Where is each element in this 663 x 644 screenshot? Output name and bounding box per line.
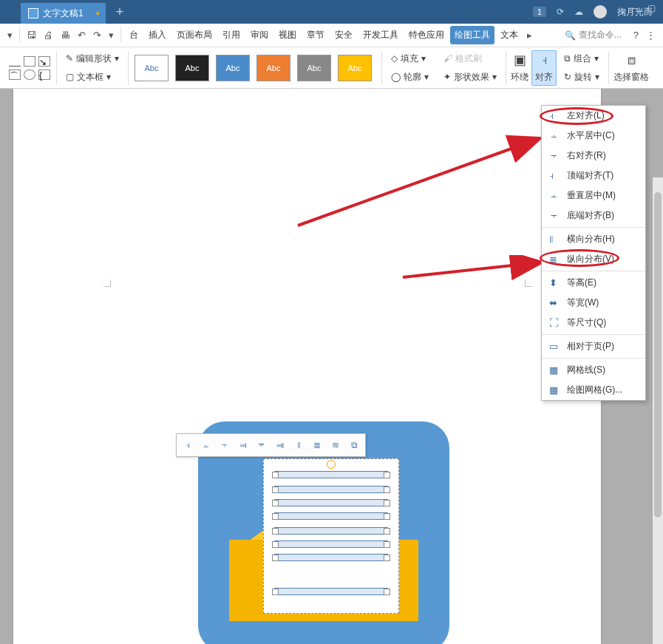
- outline-button[interactable]: ◯轮廓 ▾: [388, 70, 432, 85]
- menu-dropdown-icon[interactable]: ▾: [4, 28, 16, 42]
- menu-chapter[interactable]: 章节: [302, 26, 329, 44]
- ribbon: ↘ ⌒ { ✎编辑形状 ▾ ▢文本框 ▾ Abc Abc Abc Abc Abc…: [0, 47, 663, 89]
- ft-dist-v[interactable]: ≣: [309, 437, 325, 453]
- dd-equal-size[interactable]: ⛶等尺寸(Q): [542, 313, 645, 333]
- style-preset-6[interactable]: Abc: [338, 55, 372, 81]
- style-preset-1[interactable]: Abc: [135, 55, 169, 81]
- shape-brace-icon[interactable]: {: [38, 70, 50, 80]
- align-center-h-icon: ⫠: [549, 130, 561, 141]
- shape-line-icon[interactable]: [9, 56, 21, 67]
- window-maximize[interactable]: ▢: [647, 3, 656, 13]
- notification-badge[interactable]: 1: [533, 7, 546, 17]
- tab-label: 文字文稿1: [43, 7, 84, 20]
- ft-equal[interactable]: ≋: [327, 437, 344, 453]
- dd-gridlines[interactable]: ▦网格线(S): [542, 360, 645, 380]
- dd-distribute-h[interactable]: ⦀横向分布(H): [542, 229, 645, 249]
- ft-align-top[interactable]: ⫤: [235, 437, 251, 453]
- selected-bar-4[interactable]: [274, 512, 388, 520]
- dd-align-top[interactable]: ⫞顶端对齐(T): [542, 166, 645, 186]
- rotate-button[interactable]: ↻旋转 ▾: [561, 70, 602, 85]
- ft-dist-h[interactable]: ⦀: [290, 437, 307, 453]
- redo-icon[interactable]: ↷: [90, 28, 104, 42]
- selected-bar-1[interactable]: [274, 471, 388, 478]
- user-avatar[interactable]: [594, 5, 607, 18]
- selected-bar-3[interactable]: [274, 499, 388, 506]
- menu-review[interactable]: 审阅: [246, 26, 273, 44]
- rotate-handle[interactable]: [327, 460, 336, 469]
- print-preview-icon[interactable]: 🖨: [41, 28, 56, 42]
- selection-pane-button[interactable]: ⧈选择窗格: [611, 51, 652, 85]
- save-icon[interactable]: 🖫: [24, 28, 39, 42]
- dist-v-icon: ≣: [549, 254, 561, 265]
- style-preset-5[interactable]: Abc: [297, 55, 331, 81]
- text-box-button[interactable]: ▢文本框 ▾: [63, 70, 122, 85]
- menu-security[interactable]: 安全: [330, 26, 357, 44]
- menu-special[interactable]: 特色应用: [404, 26, 449, 44]
- style-preset-4[interactable]: Abc: [256, 55, 290, 81]
- sync-icon[interactable]: ⟳: [557, 7, 564, 17]
- dd-relative-page[interactable]: ▭相对于页(P): [542, 336, 645, 356]
- dd-equal-height[interactable]: ⬍等高(E): [542, 273, 645, 293]
- menu-insert[interactable]: 插入: [144, 26, 171, 44]
- menu-references[interactable]: 引用: [218, 26, 245, 44]
- cloud-icon[interactable]: ☁: [574, 7, 583, 17]
- floating-align-toolbar: ⫞ ⫠ ⫟ ⫤ ⫧ ⫥ ⦀ ≣ ≋ ⧉: [176, 433, 366, 457]
- more-icon[interactable]: ⋮: [643, 28, 659, 42]
- menu-text[interactable]: 文本: [496, 26, 523, 44]
- ft-group[interactable]: ⧉: [346, 437, 362, 453]
- edit-shape-button[interactable]: ✎编辑形状 ▾: [63, 51, 122, 67]
- brush-icon: 🖌: [443, 53, 452, 64]
- shape-effects-button[interactable]: ✦形状效果 ▾: [441, 70, 500, 85]
- selected-bar-2[interactable]: [274, 486, 388, 493]
- align-button[interactable]: ⫞对齐: [531, 50, 557, 86]
- selected-bar-8[interactable]: [274, 588, 388, 595]
- help-icon[interactable]: ?: [630, 28, 642, 42]
- shape-styles-gallery[interactable]: Abc Abc Abc Abc Abc Abc: [130, 55, 380, 81]
- dd-distribute-v[interactable]: ≣纵向分布(V): [542, 249, 645, 269]
- dd-align-middle[interactable]: ⫠垂直居中(M): [542, 186, 645, 206]
- ft-align-bottom[interactable]: ⫥: [272, 437, 288, 453]
- eq-size-icon: ⛶: [549, 317, 561, 328]
- new-tab-button[interactable]: +: [106, 4, 135, 20]
- shape-curve-icon[interactable]: ⌒: [9, 70, 21, 80]
- ft-align-center-h[interactable]: ⫠: [198, 437, 214, 453]
- menu-overflow-icon[interactable]: ▸: [524, 28, 535, 42]
- dist-h-icon: ⦀: [549, 234, 561, 245]
- dd-equal-width[interactable]: ⬌等宽(W): [542, 293, 645, 313]
- undo-icon[interactable]: ↶: [75, 28, 89, 42]
- fill-button[interactable]: ◇填充 ▾: [388, 51, 432, 67]
- document-tab[interactable]: 文字文稿1 •: [21, 3, 106, 24]
- selected-bar-5[interactable]: [274, 527, 388, 535]
- ft-align-middle[interactable]: ⫧: [254, 437, 270, 453]
- dropdown-icon[interactable]: ▾: [106, 28, 117, 42]
- wrap-button[interactable]: ▣环绕: [508, 50, 531, 85]
- menu-view[interactable]: 视图: [274, 26, 301, 44]
- menu-insert-start[interactable]: 台: [125, 26, 143, 44]
- dd-align-left[interactable]: ⫞左对齐(L): [542, 106, 645, 126]
- print-icon[interactable]: 🖶: [58, 28, 73, 42]
- menu-page-layout[interactable]: 页面布局: [172, 26, 217, 44]
- dd-drawing-grid[interactable]: ▦绘图网格(G)...: [542, 380, 645, 400]
- menu-drawing-tools[interactable]: 绘图工具: [450, 26, 494, 44]
- selected-bar-6[interactable]: [274, 540, 388, 548]
- scrollbar-thumb[interactable]: [654, 192, 662, 518]
- style-preset-2[interactable]: Abc: [175, 55, 209, 81]
- fill-icon: ◇: [391, 53, 398, 64]
- window-minimize[interactable]: —: [629, 3, 638, 13]
- shape-arrow-icon[interactable]: ↘: [38, 56, 50, 67]
- style-preset-3[interactable]: Abc: [216, 55, 250, 81]
- ft-align-left[interactable]: ⫞: [180, 437, 196, 453]
- shape-oval-icon[interactable]: [24, 70, 35, 80]
- menu-dev-tools[interactable]: 开发工具: [358, 26, 403, 44]
- dd-align-right[interactable]: ⫟右对齐(R): [542, 146, 645, 166]
- shape-rect-icon[interactable]: [24, 56, 35, 67]
- selected-shapes-group[interactable]: [263, 458, 399, 614]
- selected-bar-7[interactable]: [274, 554, 388, 561]
- ft-align-right[interactable]: ⫟: [217, 437, 233, 453]
- group-button[interactable]: ⧉组合 ▾: [561, 51, 602, 67]
- dd-align-bottom[interactable]: ⫟底端对齐(B): [542, 206, 645, 226]
- menubar: ▾ 🖫 🖨 🖶 ↶ ↷ ▾ 台 插入 页面布局 引用 审阅 视图 章节 安全 开…: [0, 24, 663, 47]
- dd-align-center-h[interactable]: ⫠水平居中(C): [542, 126, 645, 146]
- command-search[interactable]: 🔍 查找命令...: [565, 29, 622, 41]
- vertical-scrollbar[interactable]: [653, 177, 663, 644]
